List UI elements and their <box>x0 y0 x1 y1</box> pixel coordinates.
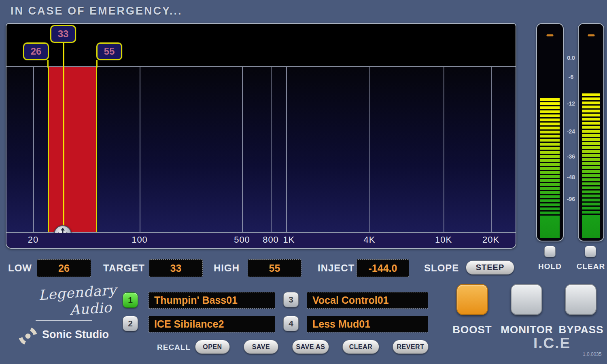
monitor-label: MONITOR <box>501 324 553 336</box>
tick-10khz: 10K <box>435 235 452 245</box>
gridline-100hz <box>140 67 140 232</box>
high-field[interactable]: 55 <box>248 259 301 277</box>
inject-label: INJECT <box>318 262 354 274</box>
tick-1khz: 1K <box>283 235 295 245</box>
tick-800hz: 800 <box>263 235 279 245</box>
clear-meter-button[interactable] <box>585 246 596 257</box>
gridline-10khz <box>444 67 444 232</box>
db-label-6: -6 <box>563 74 579 80</box>
save-as-button[interactable]: SAVE AS <box>292 340 329 354</box>
slope-label: SLOPE <box>424 262 459 274</box>
target-marker-line <box>63 43 64 227</box>
meter-segments <box>582 93 600 216</box>
tick-4khz: 4K <box>364 235 376 245</box>
clear-preset-button[interactable]: CLEAR <box>342 340 379 354</box>
tick-20hz: 20 <box>28 235 38 245</box>
frequency-axis: 20 100 500 800 1K 4K 10K 20K <box>6 233 516 248</box>
plugin-title: IN CASE OF EMERGENCY... <box>11 5 183 17</box>
studio-name: Sonic Studio <box>42 328 109 341</box>
target-field[interactable]: 33 <box>149 259 203 277</box>
high-marker-line <box>96 60 98 68</box>
product-logo: I.C.E <box>533 335 571 352</box>
preset-button-4[interactable]: 4 <box>283 316 299 331</box>
db-label-0: 0.0 <box>563 55 579 61</box>
frequency-grid <box>6 66 516 233</box>
save-button[interactable]: SAVE <box>244 340 278 354</box>
preset-name-2[interactable]: ICE Sibilance2 <box>149 316 275 332</box>
preset-name-1[interactable]: Thumpin' Bass01 <box>149 292 275 309</box>
peak-hold-indicator <box>547 34 554 36</box>
gridline-20khz <box>491 67 492 232</box>
low-field[interactable]: 26 <box>37 259 91 277</box>
tick-100hz: 100 <box>132 235 148 245</box>
low-label: LOW <box>8 262 32 274</box>
gridline-20hz <box>33 67 34 232</box>
meter-segments <box>540 98 560 216</box>
db-label-12: -12 <box>563 100 579 107</box>
version-text: 1.0.0035 <box>583 351 602 357</box>
preset-name-3[interactable]: Vocal Control01 <box>307 292 428 309</box>
plugin-window: IN CASE OF EMERGENCY... 26 33 55 <box>0 0 607 364</box>
logo-audio: Audio <box>69 299 112 318</box>
preset-name-4[interactable]: Less Mud01 <box>307 316 428 332</box>
hold-button[interactable] <box>544 246 556 257</box>
logo-divider <box>36 320 92 321</box>
gridline-800hz <box>271 67 272 232</box>
db-label-24: -24 <box>563 128 579 135</box>
level-meter-right <box>578 23 604 241</box>
spectrum-display: 26 33 55 20 100 500 800 1K 4K <box>6 23 516 249</box>
open-button[interactable]: OPEN <box>195 340 230 354</box>
boost-button[interactable] <box>456 284 488 315</box>
high-label: HIGH <box>214 262 240 274</box>
bypass-button[interactable] <box>565 284 596 315</box>
level-meter-left <box>536 23 564 241</box>
inject-field[interactable]: -144.0 <box>357 259 409 277</box>
low-marker-line <box>47 60 49 68</box>
high-marker-tag[interactable]: 55 <box>96 42 122 60</box>
meter-bar <box>540 98 560 238</box>
hold-label: HOLD <box>538 262 562 271</box>
clear-label: CLEAR <box>577 262 605 271</box>
db-label-48: -48 <box>563 174 579 180</box>
preset-button-2[interactable]: 2 <box>123 316 138 331</box>
db-label-96: -96 <box>563 196 579 202</box>
meter-bar <box>582 93 600 238</box>
preset-button-3[interactable]: 3 <box>283 292 299 307</box>
gridline-500hz <box>242 67 243 232</box>
preset-button-1[interactable]: 1 <box>123 292 138 308</box>
recall-label: RECALL <box>157 343 191 352</box>
target-label: TARGET <box>103 262 145 274</box>
sonic-studio-icon <box>17 325 40 346</box>
slope-steep-button[interactable]: STEEP <box>466 260 514 275</box>
revert-button[interactable]: REVERT <box>393 340 429 354</box>
peak-hold-indicator <box>588 34 594 36</box>
tick-500hz: 500 <box>234 235 250 245</box>
target-marker-tag[interactable]: 33 <box>50 25 76 43</box>
db-label-36: -36 <box>563 153 579 160</box>
bypass-label: BYPASS <box>559 324 604 336</box>
tick-20khz: 20K <box>482 235 499 245</box>
monitor-button[interactable] <box>511 284 542 315</box>
frequency-band[interactable] <box>48 67 97 232</box>
gridline-4khz <box>369 67 370 232</box>
gridline-1khz <box>286 67 287 232</box>
boost-label: BOOST <box>452 324 492 336</box>
low-marker-tag[interactable]: 26 <box>23 42 49 60</box>
